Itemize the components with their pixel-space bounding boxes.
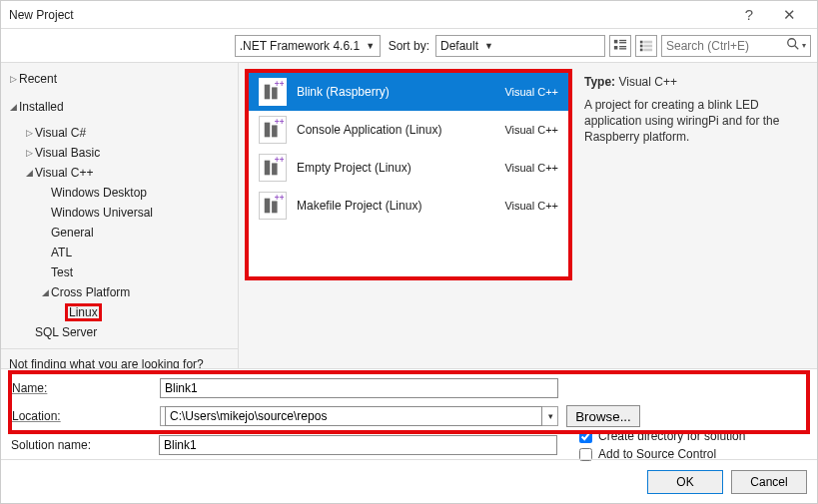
chevron-right-icon: ▷	[7, 74, 19, 84]
search-icon	[786, 37, 800, 54]
svg-text:++: ++	[275, 157, 284, 165]
template-lang: Visual C++	[504, 124, 558, 136]
title-bar: New Project ? ✕	[1, 1, 817, 29]
tree-visual-cpp[interactable]: ◢Visual C++	[1, 163, 238, 183]
browse-button[interactable]: Browse...	[566, 405, 640, 427]
window-title: New Project	[9, 8, 74, 22]
name-label: Name:	[12, 381, 152, 395]
create-dir-checkbox[interactable]: Create directory for solution	[579, 429, 745, 443]
template-name: Makefile Project (Linux)	[297, 199, 494, 213]
chevron-down-icon: ◢	[23, 168, 35, 178]
tree-atl[interactable]: ATL	[1, 243, 238, 262]
tree-test[interactable]: Test	[1, 262, 238, 282]
template-icon: ++	[259, 78, 287, 106]
chevron-right-icon: ▷	[23, 128, 35, 138]
tree-linux[interactable]: Linux	[1, 302, 238, 322]
svg-rect-20	[265, 161, 271, 176]
svg-point-12	[788, 39, 796, 47]
solution-name-input[interactable]	[159, 435, 557, 455]
tree-recent[interactable]: ▷Recent	[1, 69, 238, 89]
svg-text:++: ++	[275, 119, 284, 127]
template-detail: Type: Visual C++ A project for creating …	[578, 63, 817, 368]
template-console[interactable]: ++ Console Application (Linux) Visual C+…	[249, 111, 568, 149]
template-empty[interactable]: ++ Empty Project (Linux) Visual C++	[249, 149, 568, 187]
tree-visual-csharp[interactable]: ▷Visual C#	[1, 123, 238, 143]
search-box[interactable]: ▾	[661, 35, 811, 57]
svg-rect-8	[640, 44, 643, 47]
chevron-down-icon: ◢	[7, 102, 19, 112]
view-list-button[interactable]	[635, 35, 657, 57]
tree-windows-desktop[interactable]: Windows Desktop	[1, 183, 238, 203]
name-input[interactable]	[160, 378, 558, 398]
svg-rect-24	[272, 201, 278, 213]
search-input[interactable]	[666, 39, 784, 53]
tree-general[interactable]: General	[1, 223, 238, 243]
svg-rect-0	[614, 39, 618, 43]
svg-rect-18	[272, 125, 278, 137]
svg-rect-4	[619, 46, 626, 47]
location-label: Location:	[12, 409, 152, 423]
template-icon: ++	[259, 154, 287, 182]
svg-rect-3	[614, 46, 618, 50]
chevron-down-icon: ▾	[802, 41, 806, 50]
template-name: Blink (Raspberry)	[297, 85, 494, 99]
template-icon: ++	[259, 192, 287, 220]
form-area: Name: Location: ▾ Browse... Solution nam…	[1, 368, 817, 459]
tree-visual-basic[interactable]: ▷Visual Basic	[1, 143, 238, 163]
tree-cross-platform[interactable]: ◢Cross Platform	[1, 282, 238, 302]
center-panel: ++ Blink (Raspberry) Visual C++ ++ Conso…	[239, 63, 817, 368]
svg-rect-7	[643, 40, 652, 43]
chevron-down-icon: ▾	[548, 411, 553, 421]
help-area: Not finding what you are looking for? Op…	[1, 348, 238, 368]
svg-rect-2	[619, 42, 626, 43]
template-lang: Visual C++	[504, 200, 558, 212]
template-lang: Visual C++	[504, 162, 558, 174]
chevron-right-icon: ▷	[23, 148, 35, 158]
svg-rect-21	[272, 163, 278, 175]
svg-rect-14	[265, 85, 271, 100]
svg-rect-9	[643, 44, 652, 47]
chevron-down-icon: ▼	[366, 41, 375, 51]
svg-text:++: ++	[275, 195, 284, 203]
dialog-footer: OK Cancel	[1, 459, 817, 503]
close-icon[interactable]: ✕	[769, 6, 809, 24]
template-blink[interactable]: ++ Blink (Raspberry) Visual C++	[249, 73, 568, 111]
svg-rect-10	[640, 48, 643, 51]
sort-by-dropdown[interactable]: Default ▼	[435, 35, 605, 57]
tree-windows-universal[interactable]: Windows Universal	[1, 203, 238, 223]
tree-installed[interactable]: ◢Installed	[1, 97, 238, 117]
template-icon: ++	[259, 116, 287, 144]
solution-name-label: Solution name:	[11, 438, 151, 452]
chevron-down-icon: ▼	[484, 41, 493, 51]
svg-rect-11	[643, 48, 652, 51]
help-icon[interactable]: ?	[729, 6, 769, 23]
cancel-button[interactable]: Cancel	[731, 470, 807, 494]
location-input[interactable]	[165, 406, 542, 426]
svg-line-13	[795, 46, 799, 50]
sort-by-label: Sort by:	[389, 39, 429, 53]
template-name: Console Application (Linux)	[297, 123, 494, 137]
view-tiles-button[interactable]	[609, 35, 631, 57]
svg-rect-5	[619, 48, 626, 49]
template-lang: Visual C++	[504, 86, 558, 98]
template-makefile[interactable]: ++ Makefile Project (Linux) Visual C++	[249, 187, 568, 225]
svg-rect-6	[640, 40, 643, 43]
tree-sql-server[interactable]: SQL Server	[1, 322, 238, 342]
framework-dropdown[interactable]: .NET Framework 4.6.1 ▼	[235, 35, 381, 57]
toolbar: .NET Framework 4.6.1 ▼ Sort by: Default …	[1, 29, 817, 63]
main-area: ▷Recent ◢Installed ▷Visual C# ▷Visual Ba…	[1, 63, 817, 368]
sort-by-value: Default	[440, 39, 478, 53]
template-list: ++ Blink (Raspberry) Visual C++ ++ Conso…	[245, 69, 572, 280]
svg-rect-23	[265, 199, 271, 214]
chevron-down-icon: ◢	[39, 287, 51, 297]
framework-value: .NET Framework 4.6.1	[240, 39, 360, 53]
svg-text:++: ++	[275, 81, 284, 89]
not-finding-label: Not finding what you are looking for?	[9, 357, 230, 368]
location-dropdown[interactable]: ▾	[160, 406, 558, 426]
ok-button[interactable]: OK	[647, 470, 723, 494]
detail-type-value: Visual C++	[618, 75, 676, 89]
svg-rect-17	[265, 123, 271, 138]
template-name: Empty Project (Linux)	[297, 161, 494, 175]
detail-description: A project for creating a blink LED appli…	[584, 97, 807, 146]
detail-type-label: Type:	[584, 75, 615, 89]
